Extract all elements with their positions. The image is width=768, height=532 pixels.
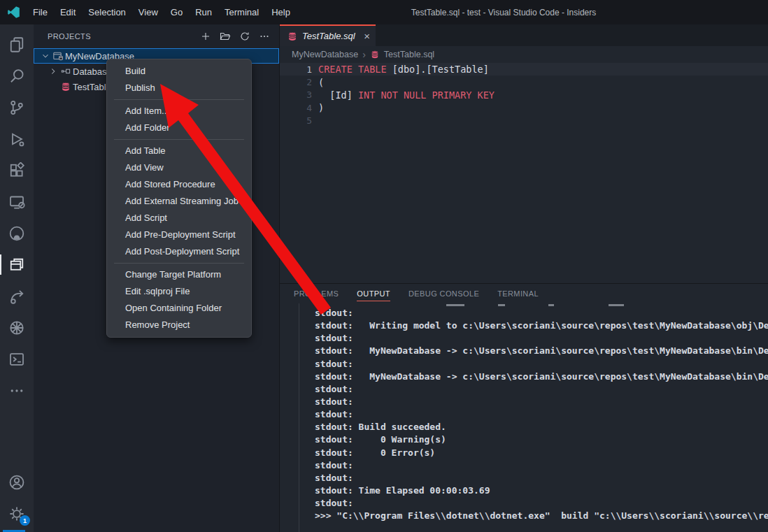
chevron-down-icon (40, 51, 51, 61)
clipped-output-line (446, 304, 464, 306)
context-menu-item-remove-project[interactable]: Remove Project (107, 317, 251, 333)
code-text: [Id] INT NOT NULL PRIMARY KEY (312, 89, 495, 101)
source-control-icon[interactable] (0, 92, 34, 123)
line-number: 5 (280, 115, 312, 126)
output-line: >>> "C:\\Program Files\\dotnet\\dotnet.e… (315, 510, 768, 523)
line-number: 1 (280, 64, 312, 75)
menu-run[interactable]: Run (189, 0, 218, 24)
output-line: stdout: MyNewDatabase -> c:\Users\scoria… (315, 371, 768, 384)
output-line: stdout: 0 Error(s) (315, 447, 768, 460)
extensions-icon[interactable] (0, 154, 34, 186)
line-number: 3 (280, 89, 312, 100)
code-line-5: 5 (280, 115, 768, 127)
line-number: 4 (280, 103, 312, 113)
code-text: CREATE TABLE [dbo].[TestTable] (312, 64, 489, 75)
output-line: stdout: MyNewDatabase -> c:\Users\scoria… (315, 345, 768, 358)
sidebar-title: PROJECTS (48, 32, 198, 41)
editor-tab-bar: TestTable.sql × (280, 24, 768, 46)
project-icon (51, 50, 65, 62)
database-file-icon (287, 31, 298, 42)
code-line-2: 2( (280, 76, 768, 88)
vscode-window: FileEditSelectionViewGoRunTerminalHelp T… (0, 0, 768, 532)
sidebar-header: PROJECTS (34, 24, 279, 48)
clipped-output-line (548, 304, 554, 306)
output-line: stdout: (315, 384, 768, 396)
menu-separator (114, 263, 244, 264)
menu-separator (114, 99, 244, 100)
menu-view[interactable]: View (132, 0, 164, 24)
close-tab-icon[interactable]: × (364, 31, 370, 41)
context-menu-item-edit-sqlproj-file[interactable]: Edit .sqlproj File (107, 283, 251, 300)
context-menu-item-add-folder[interactable]: Add Folder (107, 120, 251, 136)
output-line: stdout: Build succeeded. (315, 422, 768, 434)
kubernetes-icon[interactable] (0, 312, 34, 343)
search-icon[interactable] (0, 60, 34, 92)
output-line: stdout: Time Elapsed 00:00:03.69 (315, 485, 768, 498)
reference-icon (59, 66, 73, 77)
open-folder-icon[interactable] (218, 29, 233, 44)
database-projects-icon[interactable] (0, 249, 34, 280)
context-menu-item-add-table[interactable]: Add Table (107, 143, 251, 159)
title-bar: FileEditSelectionViewGoRunTerminalHelp T… (0, 0, 768, 24)
explorer-icon[interactable] (0, 29, 34, 60)
sql-migration-icon[interactable] (0, 280, 34, 312)
breadcrumb-file[interactable]: TestTable.sql (384, 50, 434, 59)
context-menu-item-change-target-platform[interactable]: Change Target Platform (107, 266, 251, 283)
code-text: ( (312, 77, 324, 88)
context-menu-item-add-script[interactable]: Add Script (107, 210, 251, 227)
panel-tab-terminal[interactable]: TERMINAL (497, 284, 539, 303)
menu-terminal[interactable]: Terminal (218, 0, 265, 24)
tab-testtable-sql[interactable]: TestTable.sql × (280, 24, 376, 46)
context-menu-item-add-stored-procedure[interactable]: Add Stored Procedure (107, 176, 251, 193)
panel-tab-output[interactable]: OUTPUT (357, 284, 390, 303)
context-menu-item-add-view[interactable]: Add View (107, 159, 251, 176)
run-and-debug-icon[interactable] (0, 123, 34, 154)
code-editor[interactable]: 1CREATE TABLE [dbo].[TestTable]2(3 [Id] … (280, 63, 768, 283)
accounts-icon[interactable] (0, 466, 34, 498)
add-icon[interactable] (198, 29, 213, 44)
vscode-insiders-logo (0, 6, 27, 19)
refresh-icon[interactable] (237, 29, 253, 44)
output-line: stdout: (315, 308, 768, 320)
output-line: stdout: (315, 333, 768, 345)
project-context-menu: BuildPublishAdd Item...Add FolderAdd Tab… (106, 59, 252, 338)
code-line-1: 1CREATE TABLE [dbo].[TestTable] (280, 63, 768, 76)
output-console[interactable]: stdout:stdout: Writing model to c:\Users… (280, 303, 768, 532)
settings-icon[interactable]: 1 (0, 498, 34, 529)
remote-explorer-icon[interactable] (0, 186, 34, 217)
menu-separator (114, 139, 244, 140)
output-line: stdout: (315, 359, 768, 371)
context-menu-item-add-post-deployment-script[interactable]: Add Post-Deployment Script (107, 243, 251, 260)
terminal-shell-icon[interactable] (0, 343, 34, 375)
more-icon[interactable] (0, 375, 34, 406)
output-line: stdout: (315, 396, 768, 409)
chevron-right-icon: › (362, 49, 366, 60)
menu-file[interactable]: File (27, 0, 54, 24)
context-menu-item-add-external-streaming-job[interactable]: Add External Streaming Job (107, 193, 251, 210)
database-file-icon (370, 50, 380, 59)
menu-help[interactable]: Help (265, 0, 297, 24)
panel-tab-problems[interactable]: PROBLEMS (294, 284, 339, 303)
clipped-output-line (498, 304, 505, 306)
context-menu-item-build[interactable]: Build (107, 63, 251, 80)
output-line: stdout: (315, 473, 768, 485)
activity-bar: 1 (0, 24, 34, 532)
context-menu-item-open-containing-folder[interactable]: Open Containing Folder (107, 300, 251, 317)
window-title: TestTable.sql - test - Visual Studio Cod… (388, 8, 619, 17)
context-menu-item-add-item[interactable]: Add Item... (107, 103, 251, 120)
more-icon[interactable] (257, 29, 272, 44)
context-menu-item-add-pre-deployment-script[interactable]: Add Pre-Deployment Script (107, 227, 251, 243)
code-text: ) (312, 102, 324, 113)
menu-go[interactable]: Go (164, 0, 189, 24)
breadcrumb-project[interactable]: MyNewDatabase (292, 50, 358, 59)
menu-edit[interactable]: Edit (54, 0, 82, 24)
panel-tab-bar: PROBLEMSOUTPUTDEBUG CONSOLETERMINAL (280, 284, 768, 303)
github-icon[interactable] (0, 217, 34, 249)
menu-selection[interactable]: Selection (82, 0, 131, 24)
output-line: stdout: (315, 460, 768, 473)
bottom-panel: PROBLEMSOUTPUTDEBUG CONSOLETERMINAL stdo… (280, 283, 768, 532)
panel-tab-debug-console[interactable]: DEBUG CONSOLE (408, 284, 479, 303)
output-line: stdout: 0 Warning(s) (315, 434, 768, 447)
context-menu-item-publish[interactable]: Publish (107, 80, 251, 96)
clipped-output-line (609, 304, 624, 306)
